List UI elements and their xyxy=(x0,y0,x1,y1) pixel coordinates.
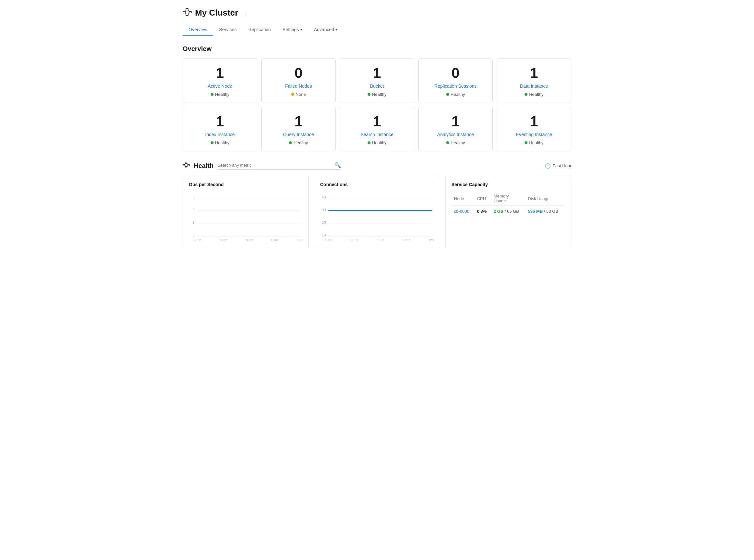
stat-number-bucket: 1 xyxy=(345,66,409,80)
health-search-wrap: 🔍 xyxy=(217,162,341,169)
svg-line-4 xyxy=(185,10,186,12)
stat-status-query-instance: Healthy xyxy=(267,140,330,145)
dot-green-active-node xyxy=(211,93,214,96)
svg-text:11:37: 11:37 xyxy=(350,238,358,242)
col-cpu: CPU xyxy=(475,192,491,206)
svg-line-6 xyxy=(188,9,189,12)
dot-green-bucket xyxy=(368,93,370,96)
svg-text:2: 2 xyxy=(193,208,195,212)
stat-label-eventing-instance[interactable]: Eventing Instance xyxy=(502,132,566,137)
dot-orange-failed-nodes xyxy=(291,93,294,96)
stat-label-replication[interactable]: Replication Sessions xyxy=(424,83,487,89)
stat-card-analytics-instance: 1 Analytics Instance Healthy xyxy=(418,107,493,152)
svg-line-7 xyxy=(188,12,189,15)
tab-advanced[interactable]: Advanced ▾ xyxy=(308,24,343,36)
stat-label-analytics-instance[interactable]: Analytics Instance xyxy=(424,132,487,137)
svg-text:0: 0 xyxy=(193,233,195,237)
tab-services[interactable]: Services xyxy=(213,24,243,36)
page-container: My Cluster ⋮ Overview Services Replicati… xyxy=(172,0,582,256)
dot-green-search-instance xyxy=(368,141,370,144)
stat-card-bucket: 1 Bucket Healthy xyxy=(340,58,414,103)
svg-text:40: 40 xyxy=(322,195,326,199)
svg-rect-9 xyxy=(185,162,187,163)
advanced-chevron-icon: ▾ xyxy=(335,27,337,32)
stat-card-data-instance: 1 Data Instance Healthy xyxy=(497,58,571,103)
stat-number-eventing-instance: 1 xyxy=(502,114,566,128)
stat-status-bucket: Healthy xyxy=(345,92,409,97)
svg-line-5 xyxy=(185,12,186,15)
stat-status-replication: Healthy xyxy=(424,92,487,97)
svg-text:11:52: 11:52 xyxy=(376,238,384,242)
chart-connections: Connections 40 30 20 10 xyxy=(314,176,440,248)
svg-line-12 xyxy=(185,163,185,165)
stat-label-search-instance[interactable]: Search Instance xyxy=(345,132,409,137)
memory-used: 2 GB xyxy=(494,209,503,214)
clock-icon: 🕐 xyxy=(545,163,551,169)
stat-label-query-instance[interactable]: Query Instance xyxy=(267,132,330,137)
stat-number-analytics-instance: 1 xyxy=(424,114,487,128)
stat-number-failed-nodes: 0 xyxy=(267,66,330,80)
svg-text:11:22: 11:22 xyxy=(324,238,332,242)
stat-card-active-node: 1 Active Node Healthy xyxy=(183,58,257,103)
settings-chevron-icon: ▾ xyxy=(300,27,302,32)
more-icon[interactable]: ⋮ xyxy=(243,9,249,17)
svg-rect-0 xyxy=(183,12,185,13)
stat-card-index-instance: 1 Index Instance Healthy xyxy=(183,107,257,152)
search-icon: 🔍 xyxy=(334,162,341,168)
dot-green-query-instance xyxy=(289,141,292,144)
stat-label-active-node[interactable]: Active Node xyxy=(188,83,252,89)
stat-label-index-instance[interactable]: Index Instance xyxy=(188,132,252,137)
stat-label-failed-nodes[interactable]: Failed Nodes xyxy=(267,83,330,89)
past-hour-button[interactable]: 🕐 Past Hour xyxy=(545,163,571,169)
health-section: Health 🔍 🕐 Past Hour Ops per Second 3 2 … xyxy=(183,162,571,248)
svg-rect-8 xyxy=(183,164,185,166)
stat-status-failed-nodes: None xyxy=(267,92,330,97)
svg-rect-3 xyxy=(189,12,191,13)
stat-number-query-instance: 1 xyxy=(267,114,330,128)
svg-line-15 xyxy=(187,165,188,167)
dot-green-replication xyxy=(446,93,449,96)
stat-number-active-node: 1 xyxy=(188,66,252,80)
stat-number-data-instance: 1 xyxy=(502,66,566,80)
stat-number-index-instance: 1 xyxy=(188,114,252,128)
memory-total: 66 GB xyxy=(507,209,519,214)
dot-green-index-instance xyxy=(211,141,214,144)
chart-title-capacity: Service Capacity xyxy=(451,182,565,187)
chart-service-capacity: Service Capacity Node CPU MemoryUsage Di… xyxy=(445,176,571,248)
capacity-row: cb-0000 0.8% 2 GB / 66 GB 536 MB / 53 GB xyxy=(451,206,565,217)
cpu-value: 0.8% xyxy=(477,209,487,214)
svg-text:11:52: 11:52 xyxy=(245,238,253,242)
stat-number-search-instance: 1 xyxy=(345,114,409,128)
stat-label-bucket[interactable]: Bucket xyxy=(345,83,409,89)
ops-chart-svg: 3 2 1 0 11:22 11:37 11:52 12:07 xyxy=(189,192,303,242)
page-title: My Cluster xyxy=(195,8,238,18)
health-header: Health 🔍 🕐 Past Hour xyxy=(183,162,571,170)
svg-text:12:22: 12:22 xyxy=(428,238,434,242)
stat-label-data-instance[interactable]: Data Instance xyxy=(502,83,566,89)
svg-text:12:07: 12:07 xyxy=(271,238,278,242)
dot-green-eventing-instance xyxy=(525,141,527,144)
svg-text:11:37: 11:37 xyxy=(219,238,227,242)
health-search-input[interactable] xyxy=(217,163,332,167)
dot-green-analytics-instance xyxy=(446,141,449,144)
svg-text:20: 20 xyxy=(322,221,326,224)
tab-replication[interactable]: Replication xyxy=(243,24,276,36)
connections-chart-svg: 40 30 20 10 11:22 11:37 11:52 xyxy=(320,192,434,242)
svg-text:30: 30 xyxy=(322,208,326,212)
col-node: Node xyxy=(451,192,475,206)
svg-line-13 xyxy=(185,165,185,167)
tab-settings[interactable]: Settings ▾ xyxy=(276,24,308,36)
tab-overview[interactable]: Overview xyxy=(183,24,213,36)
cluster-icon xyxy=(183,8,192,18)
svg-rect-11 xyxy=(188,164,190,166)
svg-line-14 xyxy=(187,163,188,165)
chart-title-ops: Ops per Second xyxy=(189,182,303,187)
disk-total: 53 GB xyxy=(546,209,558,214)
svg-rect-10 xyxy=(185,167,187,168)
svg-text:12:07: 12:07 xyxy=(402,238,410,242)
svg-text:1: 1 xyxy=(193,221,195,224)
stats-grid-row1: 1 Active Node Healthy 0 Failed Nodes Non… xyxy=(183,58,571,103)
node-name-link[interactable]: cb-0000 xyxy=(454,209,469,214)
chart-ops-per-second: Ops per Second 3 2 1 0 11:22 11: xyxy=(183,176,309,248)
page-header: My Cluster ⋮ xyxy=(183,8,571,18)
